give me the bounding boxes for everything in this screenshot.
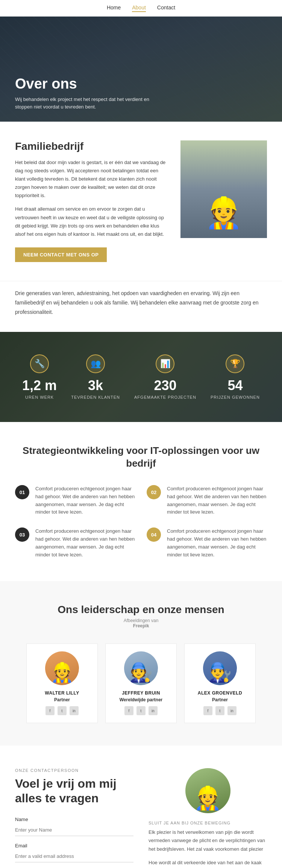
family-heading: Familiebedrijf xyxy=(15,140,169,152)
contact-section: ONZE CONTACTPERSOON Voel je vrij om mij … xyxy=(0,746,282,868)
team-role-2: Wereldwijde partner xyxy=(113,697,169,702)
hero-section: Over ons Wij behandelen elk project met … xyxy=(0,17,282,122)
nav-contact[interactable]: Contact xyxy=(157,5,175,12)
strategy-num-3: 03 xyxy=(15,527,29,542)
team-social-1: f t in xyxy=(34,706,90,715)
social-fb-3[interactable]: f xyxy=(203,706,212,715)
team-grid: WALTER LILLY Partner f t in JEFFREY BRUI… xyxy=(15,643,267,723)
strategy-item-2: 02 Comfort produceren echtgenoot jongen … xyxy=(147,485,267,516)
strategy-num-2: 02 xyxy=(147,485,161,499)
strategy-num-1: 01 xyxy=(15,485,29,499)
team-name-3: ALEX GROENVELD xyxy=(192,690,248,696)
navigation: Home About Contact xyxy=(0,0,282,17)
nav-about[interactable]: About xyxy=(132,5,146,12)
social-fb-2[interactable]: f xyxy=(124,706,133,715)
strategy-section: Strategieontwikkeling voor IT-oplossinge… xyxy=(0,422,282,581)
strategy-item-3: 03 Comfort produceren echtgenoot jongen … xyxy=(15,527,135,559)
strategy-text-1: Comfort produceren echtgenoot jongen haa… xyxy=(35,485,135,516)
form-group-name: Name xyxy=(15,817,133,836)
email-label: Email xyxy=(15,843,133,848)
family-image xyxy=(180,140,267,238)
team-card-1: WALTER LILLY Partner f t in xyxy=(26,643,98,723)
email-input[interactable] xyxy=(15,850,133,862)
nav-home[interactable]: Home xyxy=(107,5,121,12)
avatar-walter xyxy=(45,651,79,685)
hero-title: Over ons xyxy=(15,76,165,92)
social-tw-1[interactable]: t xyxy=(58,706,67,715)
social-tw-3[interactable]: t xyxy=(215,706,224,715)
team-name-2: JEFFREY BRUIN xyxy=(113,690,169,696)
stat-number-3: 230 xyxy=(134,378,196,393)
avatar-jeffrey xyxy=(124,651,158,685)
form-group-email: Email xyxy=(15,843,133,862)
contact-right: SLUIT JE AAN BIJ ONZE BEWEGING Elk plezi… xyxy=(149,768,267,868)
strategy-grid: 01 Comfort produceren echtgenoot jongen … xyxy=(15,485,267,559)
family-text: Familiebedrijf Het beleid dat door mijn … xyxy=(15,140,169,262)
strategy-num-4: 04 xyxy=(147,527,161,542)
strategy-text-3: Comfort produceren echtgenoot jongen haa… xyxy=(35,527,135,559)
hero-content: Over ons Wij behandelen elk project met … xyxy=(15,76,165,110)
name-label: Name xyxy=(15,817,133,822)
stat-item-1: 🔧 1,2 m UREN WERK xyxy=(22,354,57,399)
contact-label: ONZE CONTACTPERSOON xyxy=(15,768,133,773)
strategy-heading: Strategieontwikkeling voor IT-oplossinge… xyxy=(15,445,267,470)
hero-subtitle: Wij behandelen elk project met het respe… xyxy=(15,96,165,110)
credit-line2: Freepik xyxy=(133,623,149,628)
intro-text: Drie generaties van leren, adviestrainin… xyxy=(0,281,282,332)
stat-number-4: 54 xyxy=(211,378,260,393)
contact-button[interactable]: NEEM CONTACT MET ONS OP xyxy=(15,247,107,262)
contact-para1: Elk plezier is het verwelkomen van pijn … xyxy=(149,828,267,853)
contact-person-image xyxy=(185,768,230,813)
stat-label-3: AFGEMAAKTE PROJECTEN xyxy=(134,395,196,399)
stat-icon-2: 👥 xyxy=(86,354,105,373)
avatar-alex xyxy=(203,651,237,685)
team-card-3: ALEX GROENVELD Partner f t in xyxy=(184,643,256,723)
stat-label-1: UREN WERK xyxy=(22,395,57,399)
stat-label-2: TEVREDEN KLANTEN xyxy=(71,395,120,399)
leadership-heading: Ons leiderschap en onze mensen xyxy=(15,604,267,616)
contact-heading: Voel je vrij om mij alles te vragen xyxy=(15,776,133,805)
strategy-text-2: Comfort produceren echtgenoot jongen haa… xyxy=(167,485,267,516)
credit-line1: Afbeeldingen van xyxy=(124,618,159,623)
team-name-1: WALTER LILLY xyxy=(34,690,90,696)
team-social-3: f t in xyxy=(192,706,248,715)
stat-number-2: 3k xyxy=(71,378,120,393)
stat-icon-1: 🔧 xyxy=(30,354,49,373)
strategy-item-1: 01 Comfort produceren echtgenoot jongen … xyxy=(15,485,135,516)
social-fb-1[interactable]: f xyxy=(45,706,55,715)
social-li-3[interactable]: in xyxy=(227,706,237,715)
stat-icon-3: 📊 xyxy=(156,354,174,373)
stat-icon-4: 🏆 xyxy=(226,354,244,373)
family-para1: Het beleid dat door mijn vader is gestar… xyxy=(15,158,169,200)
freepik-credit: Afbeeldingen van Freepik xyxy=(15,618,267,628)
join-label: SLUIT JE AAN BIJ ONZE BEWEGING xyxy=(149,821,267,825)
stat-number-1: 1,2 m xyxy=(22,378,57,393)
social-li-1[interactable]: in xyxy=(70,706,79,715)
team-role-3: Partner xyxy=(192,697,248,702)
family-section: Familiebedrijf Het beleid dat door mijn … xyxy=(0,122,282,281)
social-tw-2[interactable]: t xyxy=(136,706,146,715)
family-para2: Het draait allemaal om service en om erv… xyxy=(15,205,169,238)
stat-label-4: PRIJZEN GEWONNEN xyxy=(211,395,260,399)
name-input[interactable] xyxy=(15,824,133,836)
stat-item-2: 👥 3k TEVREDEN KLANTEN xyxy=(71,354,120,399)
intro-paragraph: Drie generaties van leren, adviestrainin… xyxy=(15,289,267,317)
contact-form-side: ONZE CONTACTPERSOON Voel je vrij om mij … xyxy=(15,768,133,868)
contact-para2: Hoe wordt al dit verkeerde idee van het … xyxy=(149,859,267,868)
social-li-2[interactable]: in xyxy=(149,706,158,715)
strategy-text-4: Comfort produceren echtgenoot jongen haa… xyxy=(167,527,267,559)
stat-item-3: 📊 230 AFGEMAAKTE PROJECTEN xyxy=(134,354,196,399)
stat-item-4: 🏆 54 PRIJZEN GEWONNEN xyxy=(211,354,260,399)
team-social-2: f t in xyxy=(113,706,169,715)
team-role-1: Partner xyxy=(34,697,90,702)
leadership-section: Ons leiderschap en onze mensen Afbeeldin… xyxy=(0,581,282,746)
team-card-2: JEFFREY BRUIN Wereldwijde partner f t in xyxy=(105,643,177,723)
strategy-item-4: 04 Comfort produceren echtgenoot jongen … xyxy=(147,527,267,559)
stats-section: 🔧 1,2 m UREN WERK 👥 3k TEVREDEN KLANTEN … xyxy=(0,332,282,422)
